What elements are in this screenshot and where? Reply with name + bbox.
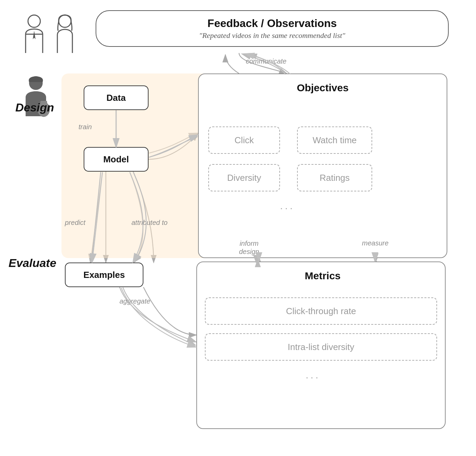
examples-label: Examples: [83, 270, 125, 280]
diversity-label: Diversity: [227, 173, 261, 183]
intra-diversity-label: Intra-list diversity: [288, 342, 354, 352]
ratings-label: Ratings: [320, 173, 350, 183]
metrics-ctr-box: Click-through rate: [205, 297, 437, 325]
examples-box: Examples: [65, 263, 143, 287]
model-label: Model: [103, 154, 129, 165]
feedback-box: Feedback / Observations "Repeated videos…: [96, 10, 449, 47]
aggregate-label: aggregate: [120, 297, 150, 305]
person-icons: [20, 14, 79, 55]
feedback-title: Feedback / Observations: [107, 17, 438, 30]
objectives-click-box: Click: [208, 126, 280, 154]
diagram-container: Feedback / Observations "Repeated videos…: [0, 0, 476, 456]
design-label: Design: [15, 101, 54, 114]
metrics-title: Metrics: [225, 270, 420, 282]
measure-label: measure: [362, 239, 389, 247]
metrics-dots: ...: [306, 369, 320, 381]
feedback-subtitle: "Repeated videos in the same recommended…: [107, 31, 438, 40]
data-box: Data: [84, 85, 149, 110]
objectives-diversity-box: Diversity: [208, 164, 280, 191]
svg-point-12: [28, 15, 40, 27]
objectives-dots: ...: [280, 200, 295, 212]
attributed-to-label: attributed to: [131, 219, 168, 227]
evaluate-label: Evaluate: [9, 256, 56, 270]
model-box: Model: [84, 147, 149, 172]
objectives-title: Objectives: [225, 82, 420, 94]
click-label: Click: [235, 135, 254, 146]
inform-design-label: informdesign: [239, 239, 259, 256]
objectives-watchtime-box: Watch time: [297, 126, 372, 154]
objectives-ratings-box: Ratings: [297, 164, 372, 191]
train-label: train: [79, 123, 92, 131]
data-label: Data: [107, 93, 126, 103]
person2-icon: [51, 14, 79, 55]
watch-time-label: Watch time: [312, 135, 356, 146]
person1-icon: [20, 14, 48, 55]
svg-point-14: [59, 15, 71, 27]
predict-label: predict: [65, 219, 85, 227]
metrics-diversity-box: Intra-list diversity: [205, 333, 437, 361]
communicate-label: communicate: [246, 57, 286, 65]
ctr-label: Click-through rate: [286, 306, 356, 317]
